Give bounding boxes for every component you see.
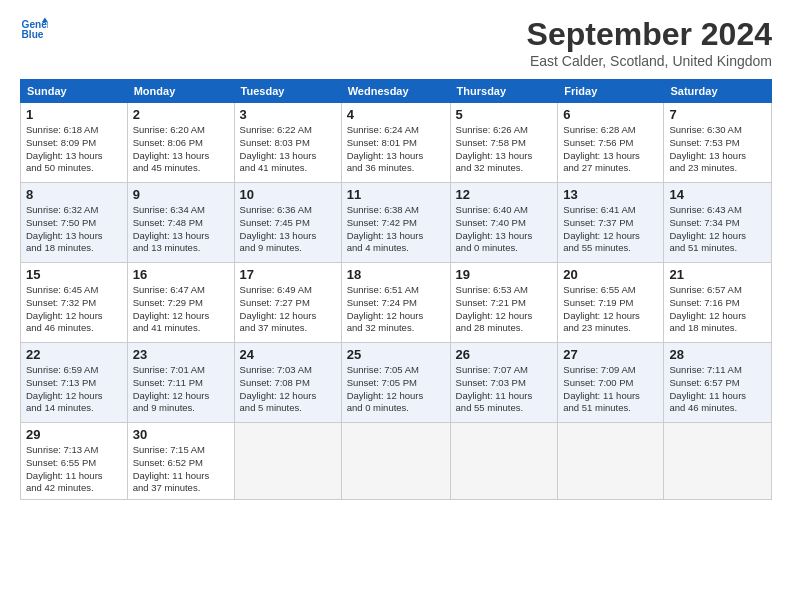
day-info: Sunrise: 7:15 AMSunset: 6:52 PMDaylight:…	[133, 444, 229, 495]
day-info: Sunrise: 6:57 AMSunset: 7:16 PMDaylight:…	[669, 284, 766, 335]
weekday-header-wednesday: Wednesday	[341, 80, 450, 103]
day-info: Sunrise: 6:30 AMSunset: 7:53 PMDaylight:…	[669, 124, 766, 175]
day-number: 28	[669, 347, 766, 362]
day-info: Sunrise: 6:34 AMSunset: 7:48 PMDaylight:…	[133, 204, 229, 255]
day-number: 2	[133, 107, 229, 122]
calendar-cell: 13Sunrise: 6:41 AMSunset: 7:37 PMDayligh…	[558, 183, 664, 263]
day-number: 26	[456, 347, 553, 362]
calendar-cell: 24Sunrise: 7:03 AMSunset: 7:08 PMDayligh…	[234, 343, 341, 423]
day-info: Sunrise: 7:03 AMSunset: 7:08 PMDaylight:…	[240, 364, 336, 415]
day-number: 23	[133, 347, 229, 362]
day-number: 8	[26, 187, 122, 202]
day-number: 3	[240, 107, 336, 122]
calendar-cell: 10Sunrise: 6:36 AMSunset: 7:45 PMDayligh…	[234, 183, 341, 263]
day-number: 21	[669, 267, 766, 282]
day-info: Sunrise: 6:47 AMSunset: 7:29 PMDaylight:…	[133, 284, 229, 335]
day-info: Sunrise: 6:45 AMSunset: 7:32 PMDaylight:…	[26, 284, 122, 335]
day-info: Sunrise: 6:28 AMSunset: 7:56 PMDaylight:…	[563, 124, 658, 175]
weekday-header-sunday: Sunday	[21, 80, 128, 103]
day-info: Sunrise: 6:24 AMSunset: 8:01 PMDaylight:…	[347, 124, 445, 175]
day-info: Sunrise: 6:36 AMSunset: 7:45 PMDaylight:…	[240, 204, 336, 255]
day-number: 6	[563, 107, 658, 122]
calendar-cell: 18Sunrise: 6:51 AMSunset: 7:24 PMDayligh…	[341, 263, 450, 343]
weekday-header-tuesday: Tuesday	[234, 80, 341, 103]
calendar-cell: 4Sunrise: 6:24 AMSunset: 8:01 PMDaylight…	[341, 103, 450, 183]
weekday-header-monday: Monday	[127, 80, 234, 103]
day-number: 20	[563, 267, 658, 282]
day-number: 25	[347, 347, 445, 362]
calendar-cell: 15Sunrise: 6:45 AMSunset: 7:32 PMDayligh…	[21, 263, 128, 343]
day-number: 30	[133, 427, 229, 442]
calendar-cell: 19Sunrise: 6:53 AMSunset: 7:21 PMDayligh…	[450, 263, 558, 343]
day-number: 13	[563, 187, 658, 202]
calendar-cell: 29Sunrise: 7:13 AMSunset: 6:55 PMDayligh…	[21, 423, 128, 500]
day-number: 17	[240, 267, 336, 282]
calendar-cell	[450, 423, 558, 500]
day-info: Sunrise: 6:43 AMSunset: 7:34 PMDaylight:…	[669, 204, 766, 255]
calendar-table: SundayMondayTuesdayWednesdayThursdayFrid…	[20, 79, 772, 500]
day-info: Sunrise: 7:01 AMSunset: 7:11 PMDaylight:…	[133, 364, 229, 415]
svg-text:Blue: Blue	[22, 29, 44, 40]
calendar-cell	[234, 423, 341, 500]
day-number: 15	[26, 267, 122, 282]
calendar-cell: 23Sunrise: 7:01 AMSunset: 7:11 PMDayligh…	[127, 343, 234, 423]
calendar-cell: 27Sunrise: 7:09 AMSunset: 7:00 PMDayligh…	[558, 343, 664, 423]
calendar-cell: 25Sunrise: 7:05 AMSunset: 7:05 PMDayligh…	[341, 343, 450, 423]
day-info: Sunrise: 7:05 AMSunset: 7:05 PMDaylight:…	[347, 364, 445, 415]
day-info: Sunrise: 6:53 AMSunset: 7:21 PMDaylight:…	[456, 284, 553, 335]
calendar-cell: 20Sunrise: 6:55 AMSunset: 7:19 PMDayligh…	[558, 263, 664, 343]
weekday-header-thursday: Thursday	[450, 80, 558, 103]
day-info: Sunrise: 6:18 AMSunset: 8:09 PMDaylight:…	[26, 124, 122, 175]
day-number: 29	[26, 427, 122, 442]
location: East Calder, Scotland, United Kingdom	[527, 53, 772, 69]
day-number: 5	[456, 107, 553, 122]
calendar-cell	[341, 423, 450, 500]
calendar-cell: 28Sunrise: 7:11 AMSunset: 6:57 PMDayligh…	[664, 343, 772, 423]
day-number: 19	[456, 267, 553, 282]
day-info: Sunrise: 6:55 AMSunset: 7:19 PMDaylight:…	[563, 284, 658, 335]
day-info: Sunrise: 7:11 AMSunset: 6:57 PMDaylight:…	[669, 364, 766, 415]
calendar-cell: 5Sunrise: 6:26 AMSunset: 7:58 PMDaylight…	[450, 103, 558, 183]
calendar-cell: 22Sunrise: 6:59 AMSunset: 7:13 PMDayligh…	[21, 343, 128, 423]
day-info: Sunrise: 6:51 AMSunset: 7:24 PMDaylight:…	[347, 284, 445, 335]
day-info: Sunrise: 7:13 AMSunset: 6:55 PMDaylight:…	[26, 444, 122, 495]
title-block: September 2024 East Calder, Scotland, Un…	[527, 16, 772, 69]
calendar-cell: 17Sunrise: 6:49 AMSunset: 7:27 PMDayligh…	[234, 263, 341, 343]
calendar-cell: 30Sunrise: 7:15 AMSunset: 6:52 PMDayligh…	[127, 423, 234, 500]
day-number: 10	[240, 187, 336, 202]
logo-icon: General Blue	[20, 16, 48, 44]
day-number: 16	[133, 267, 229, 282]
day-info: Sunrise: 6:20 AMSunset: 8:06 PMDaylight:…	[133, 124, 229, 175]
calendar-cell: 2Sunrise: 6:20 AMSunset: 8:06 PMDaylight…	[127, 103, 234, 183]
calendar-cell	[558, 423, 664, 500]
day-info: Sunrise: 6:49 AMSunset: 7:27 PMDaylight:…	[240, 284, 336, 335]
day-number: 24	[240, 347, 336, 362]
day-info: Sunrise: 6:32 AMSunset: 7:50 PMDaylight:…	[26, 204, 122, 255]
calendar-cell: 11Sunrise: 6:38 AMSunset: 7:42 PMDayligh…	[341, 183, 450, 263]
day-info: Sunrise: 7:07 AMSunset: 7:03 PMDaylight:…	[456, 364, 553, 415]
calendar-cell: 16Sunrise: 6:47 AMSunset: 7:29 PMDayligh…	[127, 263, 234, 343]
day-number: 7	[669, 107, 766, 122]
day-info: Sunrise: 6:59 AMSunset: 7:13 PMDaylight:…	[26, 364, 122, 415]
day-number: 18	[347, 267, 445, 282]
day-number: 11	[347, 187, 445, 202]
calendar-cell	[664, 423, 772, 500]
weekday-header-friday: Friday	[558, 80, 664, 103]
day-info: Sunrise: 6:22 AMSunset: 8:03 PMDaylight:…	[240, 124, 336, 175]
calendar-cell: 8Sunrise: 6:32 AMSunset: 7:50 PMDaylight…	[21, 183, 128, 263]
calendar-cell: 6Sunrise: 6:28 AMSunset: 7:56 PMDaylight…	[558, 103, 664, 183]
day-number: 14	[669, 187, 766, 202]
weekday-header-saturday: Saturday	[664, 80, 772, 103]
day-info: Sunrise: 6:38 AMSunset: 7:42 PMDaylight:…	[347, 204, 445, 255]
day-info: Sunrise: 6:26 AMSunset: 7:58 PMDaylight:…	[456, 124, 553, 175]
calendar-cell: 14Sunrise: 6:43 AMSunset: 7:34 PMDayligh…	[664, 183, 772, 263]
day-number: 1	[26, 107, 122, 122]
day-number: 22	[26, 347, 122, 362]
day-number: 27	[563, 347, 658, 362]
calendar-cell: 21Sunrise: 6:57 AMSunset: 7:16 PMDayligh…	[664, 263, 772, 343]
calendar-cell: 1Sunrise: 6:18 AMSunset: 8:09 PMDaylight…	[21, 103, 128, 183]
calendar-cell: 3Sunrise: 6:22 AMSunset: 8:03 PMDaylight…	[234, 103, 341, 183]
calendar-cell: 9Sunrise: 6:34 AMSunset: 7:48 PMDaylight…	[127, 183, 234, 263]
day-number: 12	[456, 187, 553, 202]
calendar-cell: 12Sunrise: 6:40 AMSunset: 7:40 PMDayligh…	[450, 183, 558, 263]
